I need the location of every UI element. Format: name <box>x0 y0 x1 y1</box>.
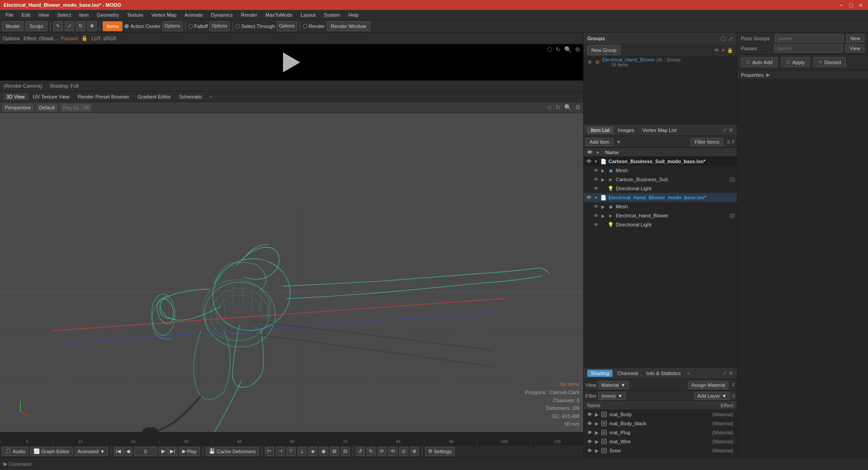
tab-render-preset[interactable]: Render Preset Browser <box>74 93 133 100</box>
vertex-map-tab[interactable]: Vertex Map List <box>639 127 680 134</box>
preview-options-label[interactable]: Options <box>3 36 20 41</box>
menu-render[interactable]: Render <box>237 11 261 19</box>
shading-tab[interactable]: Shading <box>587 370 613 377</box>
render-window-btn[interactable]: Render Window <box>327 21 370 31</box>
transport-extra-2[interactable]: ⊣ <box>276 447 285 456</box>
frame-input[interactable]: 0 <box>134 447 157 456</box>
vp-icon-2[interactable]: ↻ <box>556 104 561 111</box>
shading-check-3[interactable]: ✓ <box>601 439 607 444</box>
transport-extra-12[interactable]: ⟲ <box>388 447 397 456</box>
transport-extra-5[interactable]: ◈ <box>308 447 317 456</box>
item-row-4[interactable]: 👁 ▼ 📄 Electrical_Hand_Blower_modo_base.l… <box>584 193 737 202</box>
action-center-radio[interactable]: Action Center <box>124 24 160 29</box>
menu-file[interactable]: File <box>2 11 17 19</box>
prev-frame-btn[interactable]: ◀ <box>123 447 132 456</box>
menu-geometry[interactable]: Geometry <box>93 11 122 19</box>
new-group-btn[interactable]: New Group <box>587 45 621 55</box>
group-item-0[interactable]: 👁 ⊞ Electrical_Hand_Blower (4) : Group 1… <box>584 56 737 68</box>
shading-check-4[interactable]: ✓ <box>601 448 607 453</box>
assign-material-btn[interactable]: Assign Material <box>688 381 728 389</box>
tab-add-btn[interactable]: + <box>207 93 215 100</box>
info-statistics-tab[interactable]: Info & Statistics <box>643 370 684 377</box>
shading-check-1[interactable]: ✓ <box>601 421 607 426</box>
menu-maxtomodo[interactable]: MaxToModo <box>262 11 296 19</box>
material-dropdown[interactable]: Material ▼ <box>598 381 629 389</box>
item-row-2[interactable]: 👁 ▶ ► Cartoon_Business_Suit (2) <box>584 175 737 184</box>
groups-fullscreen-icon[interactable]: ⤢ <box>728 35 733 42</box>
menu-item[interactable]: Item <box>75 11 92 19</box>
item-row-1[interactable]: 👁 ▶ ◆ Mesh <box>584 166 737 175</box>
menu-system[interactable]: System <box>320 11 344 19</box>
shading-row-4[interactable]: 👁 ▶ ✓ Srew (Material) <box>584 446 737 455</box>
sculpt-btn[interactable]: Sculpt <box>25 21 47 31</box>
item-row-0[interactable]: 👁 ▼ 📄 Cartoon_Business_Suit_modo_base.lx… <box>584 157 737 166</box>
groups-icon-2[interactable]: ✕ <box>721 47 725 53</box>
add-item-btn[interactable]: Add Item <box>585 138 613 146</box>
transport-extra-7[interactable]: ⊞ <box>330 447 339 456</box>
tool-4[interactable]: ✥ <box>87 21 97 31</box>
viewport-3d[interactable]: No Items Polygons : Catmull-Clark Channe… <box>0 113 583 432</box>
timeline-ruler[interactable]: 0 12 24 36 48 60 72 84 96 108 120 <box>0 432 583 445</box>
close-btn[interactable]: × <box>857 2 864 9</box>
item-row-6[interactable]: 👁 ▶ ► Electrical_Hand_Blower (2) <box>584 211 737 220</box>
action-center-options[interactable]: Options <box>162 21 182 31</box>
transport-extra-8[interactable]: ⊟ <box>341 447 350 456</box>
tab-gradient-editor[interactable]: Gradient Editor <box>134 93 175 100</box>
ray-gl-btn[interactable]: Ray GL: Off <box>61 104 91 111</box>
play-transport-btn[interactable]: ▶ <box>159 447 168 456</box>
passes-select[interactable] <box>774 44 843 52</box>
vp-icon-3[interactable]: 🔍 <box>564 104 571 111</box>
perspective-btn[interactable]: Perspective <box>3 104 33 111</box>
play-button[interactable] <box>280 51 303 74</box>
preview-icon-3[interactable]: 🔍 <box>564 46 571 53</box>
menu-select[interactable]: Select <box>53 11 75 19</box>
select-through-radio[interactable]: Select Through <box>236 24 275 29</box>
tab-schematic[interactable]: Schematic <box>175 93 206 100</box>
render-radio[interactable]: Render <box>303 24 325 29</box>
shading-check-2[interactable]: ✓ <box>601 430 607 435</box>
go-start-btn[interactable]: |◀ <box>114 447 123 456</box>
pass-groups-select[interactable] <box>775 34 844 42</box>
transport-extra-6[interactable]: ◉ <box>319 447 328 456</box>
tool-1[interactable]: ↖ <box>53 21 63 31</box>
menu-view[interactable]: View <box>35 11 53 19</box>
menu-help[interactable]: Help <box>345 11 363 19</box>
transport-extra-14[interactable]: ⊕ <box>410 447 419 456</box>
model-btn[interactable]: Model <box>2 21 24 31</box>
shading-row-3[interactable]: 👁 ▶ ✓ mat_Wire (Material) <box>584 437 737 446</box>
menu-animate[interactable]: Animate <box>181 11 206 19</box>
menu-vertexmap[interactable]: Vertex Map <box>148 11 180 19</box>
falloff-options[interactable]: Options <box>209 21 229 31</box>
item-row-7[interactable]: 👁 💡 Directional Light <box>584 220 737 229</box>
item-tab-close[interactable]: ✕ <box>729 127 733 133</box>
properties-expand-icon[interactable]: ▶ <box>766 72 770 78</box>
item-row-3[interactable]: 👁 💡 Directional Light <box>584 184 737 193</box>
auto-add-btn[interactable]: ☑ Auto Add <box>741 57 778 67</box>
animated-btn[interactable]: Animated ▼ <box>75 447 108 456</box>
item-row-5[interactable]: 👁 ▶ ◆ Mesh <box>584 202 737 211</box>
shading-list[interactable]: 👁 ▶ ✓ mat_Body (Material) 👁 ▶ ✓ mat_Body… <box>584 410 737 457</box>
menu-layout[interactable]: Layout <box>297 11 319 19</box>
preview-icon-1[interactable]: ⬡ <box>547 46 552 53</box>
falloff-radio[interactable]: Falloff <box>189 24 208 29</box>
command-text[interactable]: Command <box>9 461 32 467</box>
preview-icon-2[interactable]: ↻ <box>556 46 561 53</box>
transport-extra-4[interactable]: ⊥ <box>297 447 307 456</box>
groups-icon-1[interactable]: 👁 <box>714 47 719 53</box>
transport-extra-3[interactable]: ⊤ <box>287 447 296 456</box>
pass-new-btn[interactable]: New <box>846 34 864 42</box>
settings-btn[interactable]: ⚙ Settings <box>425 447 455 456</box>
transport-extra-13[interactable]: ◎ <box>399 447 408 456</box>
vp-icon-1[interactable]: ⊹ <box>547 104 552 111</box>
menu-edit[interactable]: Edit <box>18 11 34 19</box>
groups-expand-icon[interactable]: ⬡ <box>721 35 726 42</box>
maximize-btn[interactable]: □ <box>848 2 855 9</box>
images-tab[interactable]: Images <box>614 127 638 134</box>
graph-editor-btn[interactable]: 📈 Graph Editor <box>30 447 72 456</box>
default-btn[interactable]: Default <box>37 104 57 111</box>
preview-icon-4[interactable]: ⚙ <box>575 46 580 53</box>
menu-dynamics[interactable]: Dynamics <box>208 11 236 19</box>
transport-extra-9[interactable]: ↺ <box>356 447 365 456</box>
shading-row-2[interactable]: 👁 ▶ ✓ mat_Plug (Material) <box>584 428 737 437</box>
next-frame-btn[interactable]: ▶| <box>168 447 177 456</box>
